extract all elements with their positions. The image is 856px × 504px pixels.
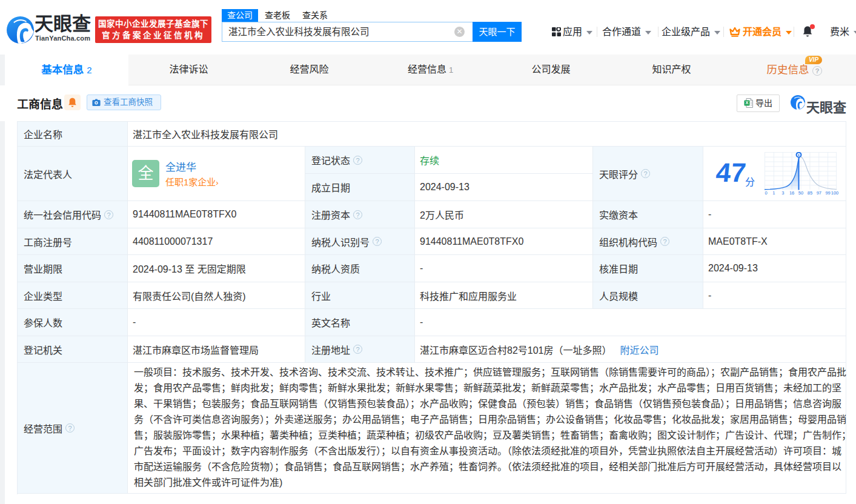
svg-text:16: 16 [789, 190, 794, 196]
svg-text:85: 85 [808, 190, 812, 196]
svg-text:99: 99 [825, 190, 830, 196]
svg-text:97: 97 [817, 190, 821, 196]
svg-text:X: X [745, 100, 748, 105]
svg-text:100: 100 [831, 190, 839, 196]
svg-text:3: 3 [781, 190, 784, 196]
svg-text:0: 0 [765, 190, 767, 196]
svg-text:50: 50 [798, 190, 803, 196]
svg-text:1: 1 [772, 190, 775, 196]
